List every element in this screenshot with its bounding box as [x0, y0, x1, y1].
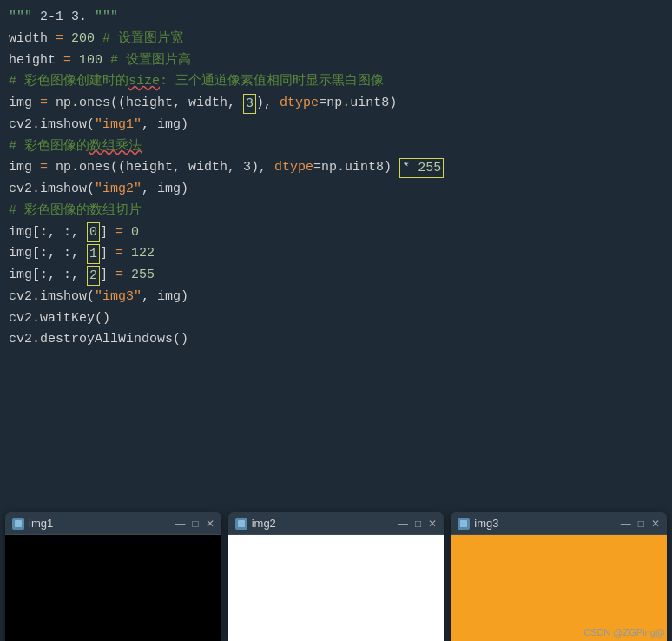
- code-token: cv2.waitKey(): [9, 308, 110, 330]
- window-title-text: img1: [29, 517, 53, 530]
- maximize-button[interactable]: □: [638, 519, 644, 529]
- win-controls-img3[interactable]: — □ ✕: [621, 519, 660, 529]
- code-token: 0: [123, 222, 139, 244]
- code-token: img: [9, 93, 40, 115]
- windows-row: img1 — □ ✕ img2 — □ ✕: [0, 502, 672, 641]
- code-token: =: [115, 243, 123, 265]
- code-token: , img): [142, 179, 188, 201]
- maximize-button[interactable]: □: [415, 519, 421, 529]
- code-token: =np.uint8): [319, 93, 397, 115]
- code-token: img[:, :,: [9, 222, 87, 244]
- window-content-img2: [228, 535, 445, 641]
- code-token: """: [95, 7, 118, 29]
- code-token: cv2.imshow(: [9, 115, 95, 136]
- code-token: :: [160, 71, 168, 93]
- code-line-14: cv2.imshow( "img3" , img): [9, 287, 663, 308]
- code-line-1: """ 2-1 3. """: [9, 7, 663, 29]
- close-button[interactable]: ✕: [206, 519, 214, 529]
- code-token: 200: [63, 29, 102, 50]
- code-line-8: img = np.ones((height, width, 3), dtype …: [9, 157, 663, 179]
- code-line-7: # 彩色图像的数组乘法: [9, 136, 663, 158]
- code-line-10: # 彩色图像的数组切片: [9, 201, 663, 222]
- code-token: 255: [123, 265, 155, 287]
- code-token: ),: [256, 93, 280, 115]
- code-token: cv2.imshow(: [9, 179, 95, 201]
- code-line-4: # 彩色图像创建时的size: 三个通道像素值相同时显示黑白图像: [9, 71, 663, 93]
- code-token: =np.uint8): [313, 157, 399, 179]
- code-token: "img1": [95, 115, 142, 136]
- code-token: """: [9, 7, 32, 29]
- code-token: np.ones((height, width, 3),: [48, 157, 274, 179]
- window-content-img3: [451, 535, 667, 641]
- code-token: ]: [100, 222, 115, 244]
- minimize-button[interactable]: —: [175, 519, 185, 529]
- code-token: # 彩色图像创建时的: [9, 71, 128, 93]
- window-img2: img2 — □ ✕: [228, 512, 445, 641]
- code-token: height: [9, 50, 63, 72]
- code-token: # 设置图片高: [110, 50, 191, 72]
- window-icon-inner: [460, 520, 467, 527]
- title-left: img3: [458, 517, 498, 530]
- code-line-6: cv2.imshow( "img1" , img): [9, 115, 663, 136]
- code-token: 数组乘法: [89, 136, 142, 158]
- code-token: ]: [100, 243, 115, 265]
- code-token: 0: [87, 222, 100, 242]
- code-token: # 设置图片宽: [102, 29, 183, 50]
- maximize-button[interactable]: □: [192, 519, 198, 529]
- window-title-text: img2: [252, 517, 276, 530]
- title-left: img2: [235, 517, 276, 530]
- code-line-15: cv2.waitKey(): [9, 308, 663, 330]
- code-token: dtype: [274, 157, 313, 179]
- code-token: =: [63, 50, 71, 72]
- code-token: width: [9, 29, 56, 50]
- close-button[interactable]: ✕: [428, 519, 437, 529]
- code-token: 2-1 3.: [32, 7, 95, 29]
- code-token: cv2.destroyAllWindows(): [9, 329, 188, 351]
- window-icon: [235, 518, 247, 530]
- code-token: img[:, :,: [9, 243, 87, 265]
- code-token: =: [40, 157, 48, 179]
- code-line-3: height = 100 # 设置图片高: [9, 50, 663, 72]
- code-token: ]: [100, 265, 115, 287]
- minimize-button[interactable]: —: [398, 519, 408, 529]
- titlebar-img1: img1 — □ ✕: [5, 512, 221, 535]
- code-token: =: [40, 93, 48, 115]
- titlebar-img3: img3 — □ ✕: [451, 512, 667, 535]
- window-title-text: img3: [474, 517, 498, 530]
- code-token: 3: [243, 94, 256, 114]
- code-token: =: [115, 222, 123, 244]
- code-line-9: cv2.imshow( "img2" , img): [9, 179, 663, 201]
- win-controls-img1[interactable]: — □ ✕: [175, 519, 214, 529]
- code-line-12: img[:, :, 1 ] = 122: [9, 243, 663, 265]
- title-left: img1: [12, 517, 53, 530]
- code-token: "img3": [95, 287, 142, 308]
- code-token: 122: [123, 243, 155, 265]
- titlebar-img2: img2 — □ ✕: [228, 512, 445, 535]
- window-icon-inner: [238, 520, 245, 527]
- win-controls-img2[interactable]: — □ ✕: [398, 519, 437, 529]
- code-line-2: width = 200 # 设置图片宽: [9, 29, 663, 50]
- code-token: np.ones((height, width,: [48, 93, 243, 115]
- minimize-button[interactable]: —: [621, 519, 631, 529]
- window-img3: img3 — □ ✕: [451, 512, 667, 641]
- window-icon-inner: [15, 520, 22, 527]
- code-line-5: img = np.ones((height, width, 3 ), dtype…: [9, 93, 663, 115]
- code-token: , img): [142, 287, 188, 308]
- code-token: dtype: [280, 93, 319, 115]
- code-token: =: [115, 265, 123, 287]
- code-editor: """ 2-1 3. """ width = 200 # 设置图片宽 heigh…: [0, 0, 672, 358]
- code-token: size: [128, 71, 160, 93]
- watermark: CSDN @ZGPing@: [583, 627, 665, 638]
- code-line-16: cv2.destroyAllWindows(): [9, 329, 663, 351]
- code-token: * 255: [399, 158, 444, 178]
- code-token: 2: [87, 266, 100, 286]
- code-token: # 彩色图像的: [9, 136, 89, 158]
- code-line-13: img[:, :, 2 ] = 255: [9, 265, 663, 287]
- code-token: cv2.imshow(: [9, 287, 95, 308]
- code-token: img[:, :,: [9, 265, 87, 287]
- window-icon: [458, 518, 470, 530]
- code-token: img: [9, 157, 40, 179]
- window-img1: img1 — □ ✕: [5, 512, 221, 641]
- close-button[interactable]: ✕: [651, 519, 660, 529]
- code-line-11: img[:, :, 0 ] = 0: [9, 222, 663, 244]
